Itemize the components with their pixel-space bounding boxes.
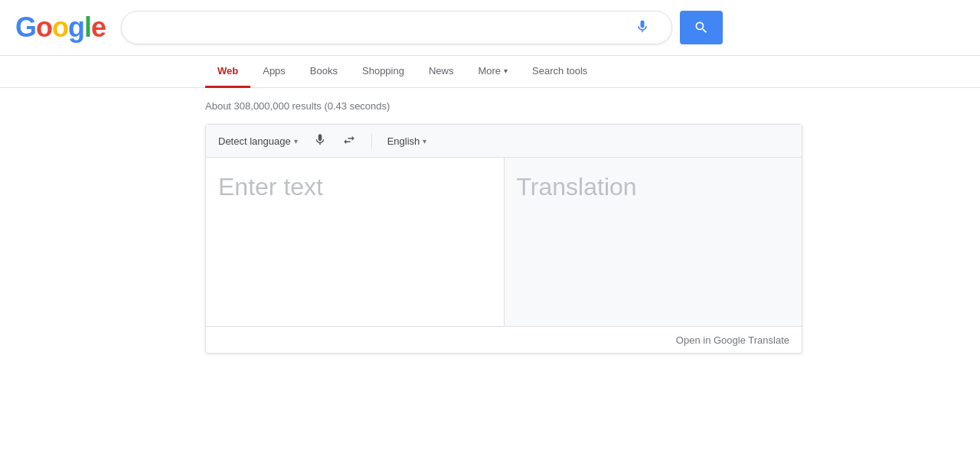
search-bar: translate — [121, 11, 672, 44]
target-lang-dropdown-arrow: ▾ — [423, 137, 426, 145]
google-logo: Google — [15, 11, 106, 44]
nav-item-shopping[interactable]: Shopping — [350, 56, 416, 88]
open-in-google-translate-link[interactable]: Open in Google Translate — [676, 334, 789, 346]
header-divider — [371, 133, 372, 148]
translate-widget-body: Enter text Translation — [206, 158, 802, 326]
logo-letter-g: G — [15, 11, 36, 43]
source-language-selector[interactable]: Detect language ▾ — [218, 135, 298, 147]
swap-languages-icon[interactable] — [342, 133, 356, 149]
translate-output-area: Translation — [505, 158, 802, 326]
nav-item-apps[interactable]: Apps — [250, 56, 298, 88]
results-area: About 308,000,000 results (0.43 seconds)… — [0, 88, 980, 354]
microphone-icon[interactable] — [635, 18, 650, 37]
nav-item-web[interactable]: Web — [205, 56, 250, 88]
header: Google translate — [0, 0, 980, 56]
mic-icon-widget[interactable] — [313, 132, 327, 149]
chevron-down-icon: ▾ — [504, 67, 508, 75]
logo-letter-o2: o — [52, 11, 68, 43]
logo-letter-e: e — [91, 11, 106, 43]
nav-item-more[interactable]: More ▾ — [466, 56, 520, 88]
translate-widget: Detect language ▾ English ▾ — [205, 124, 802, 354]
logo-letter-l: l — [84, 11, 91, 43]
source-lang-dropdown-arrow: ▾ — [294, 137, 298, 145]
target-language-selector[interactable]: English ▾ — [387, 135, 427, 147]
translate-input-area[interactable]: Enter text — [206, 158, 505, 326]
nav-item-news[interactable]: News — [416, 56, 466, 88]
results-count: About 308,000,000 results (0.43 seconds) — [205, 94, 980, 124]
nav-item-search-tools[interactable]: Search tools — [520, 56, 599, 88]
output-placeholder: Translation — [517, 173, 637, 201]
translate-widget-header: Detect language ▾ English ▾ — [206, 125, 802, 158]
input-placeholder: Enter text — [218, 173, 323, 201]
nav-bar: Web Apps Books Shopping News More ▾ Sear… — [0, 56, 980, 88]
search-input[interactable]: translate — [134, 21, 635, 34]
logo-letter-g2: g — [68, 11, 84, 43]
logo-letter-o1: o — [36, 11, 52, 43]
nav-item-books[interactable]: Books — [298, 56, 350, 88]
search-button[interactable] — [680, 11, 723, 44]
translate-widget-footer: Open in Google Translate — [206, 326, 802, 353]
